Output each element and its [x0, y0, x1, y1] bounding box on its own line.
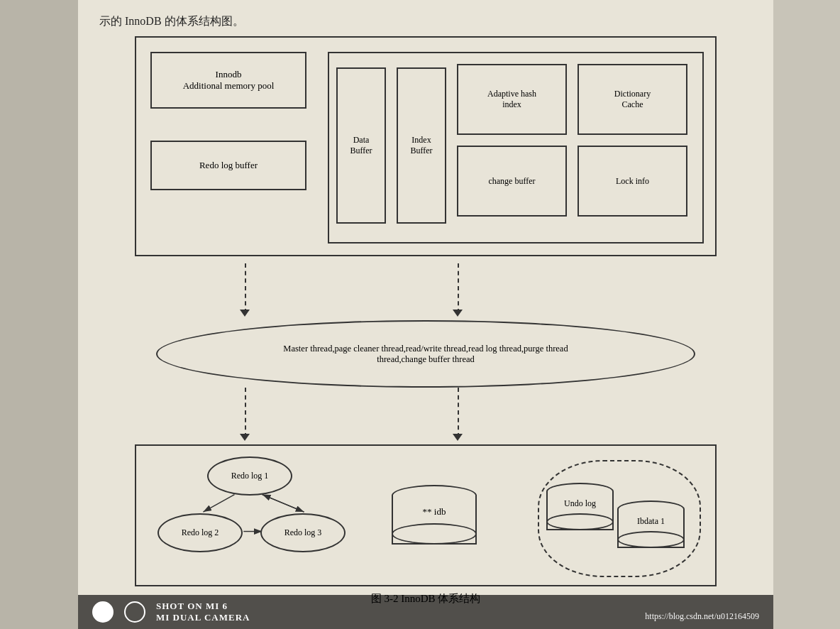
- redo-log-3: Redo log 3: [260, 513, 346, 552]
- redo-log-2: Redo log 2: [158, 513, 243, 552]
- innodb-additional-memory-pool: Innodb Additional memory pool: [150, 52, 306, 109]
- undo-log-label: Undo log: [546, 498, 614, 509]
- undo-group: Undo log Ibdata 1: [538, 460, 701, 577]
- arrow-head-right: [453, 310, 463, 317]
- lock-info-box: Lock info: [578, 146, 687, 217]
- arrow-head-left: [240, 310, 250, 317]
- arrow-head-left-2: [240, 434, 250, 441]
- camera-dot-solid: [92, 601, 114, 623]
- idb-label: ** idb: [392, 506, 477, 518]
- page: 示的 InnoDB 的体系结构图。 Innodb Additional memo…: [78, 0, 773, 629]
- memory-pool-outer: Innodb Additional memory pool Redo log b…: [135, 36, 717, 256]
- diagram-container: Innodb Additional memory pool Redo log b…: [135, 36, 717, 606]
- dashed-arrow-right: [458, 263, 459, 313]
- dashed-arrow-left-2: [245, 388, 246, 437]
- ibdata-cyl-bot: [617, 531, 685, 548]
- adaptive-hash-index-box: Adaptive hash index: [457, 64, 567, 135]
- right-boxes: Adaptive hash index Dictionary Cache cha…: [457, 64, 698, 234]
- camera-dot-outline: [124, 601, 145, 623]
- data-buffer-box: Data Buffer: [336, 67, 386, 224]
- camera-url: https://blog.csdn.net/u012164509: [645, 611, 759, 622]
- arrows-section: [135, 263, 717, 320]
- undo-cyl-bot: [546, 513, 614, 530]
- index-buffer-box: Index Buffer: [397, 67, 446, 224]
- storage-outer: Redo log 1 Redo log 2 Redo log 3 ** idb: [135, 444, 717, 586]
- change-buffer-box: change buffer: [457, 146, 567, 217]
- camera-model: MI DUAL CAMERA: [156, 612, 250, 623]
- camera-info: SHOT ON MI 6 MI DUAL CAMERA: [156, 601, 250, 623]
- camera-bar: SHOT ON MI 6 MI DUAL CAMERA https://blog…: [78, 595, 773, 629]
- page-title: 示的 InnoDB 的体系结构图。: [99, 14, 752, 29]
- idb-cylinder: ** idb: [392, 485, 477, 549]
- redo-log-1: Redo log 1: [207, 456, 292, 496]
- dashed-arrow-left: [245, 263, 246, 313]
- left-sidebar: [0, 0, 78, 629]
- cylinder-bottom-ellipse: [392, 523, 477, 545]
- undo-log-cyl: Undo log: [546, 483, 614, 540]
- camera-brand: SHOT ON MI 6: [156, 601, 250, 612]
- thread-oval: Master thread,page cleaner thread,read/w…: [156, 320, 695, 388]
- dictionary-cache-box: Dictionary Cache: [578, 64, 687, 135]
- dashed-arrow-right-2: [458, 388, 459, 437]
- ibdata-label: Ibdata 1: [617, 516, 685, 527]
- thread-line2: thread,change buffer thread: [377, 354, 475, 365]
- thread-line1: Master thread,page cleaner thread,read/w…: [283, 344, 568, 354]
- arrow-head-right-2: [453, 434, 463, 441]
- redo-log-buffer-box: Redo log buffer: [150, 141, 306, 190]
- ibdata-cyl: Ibdata 1: [617, 501, 685, 557]
- buffer-group: Data Buffer Index Buffer Adaptive hash i…: [328, 52, 704, 244]
- arrows-section2: [135, 388, 717, 444]
